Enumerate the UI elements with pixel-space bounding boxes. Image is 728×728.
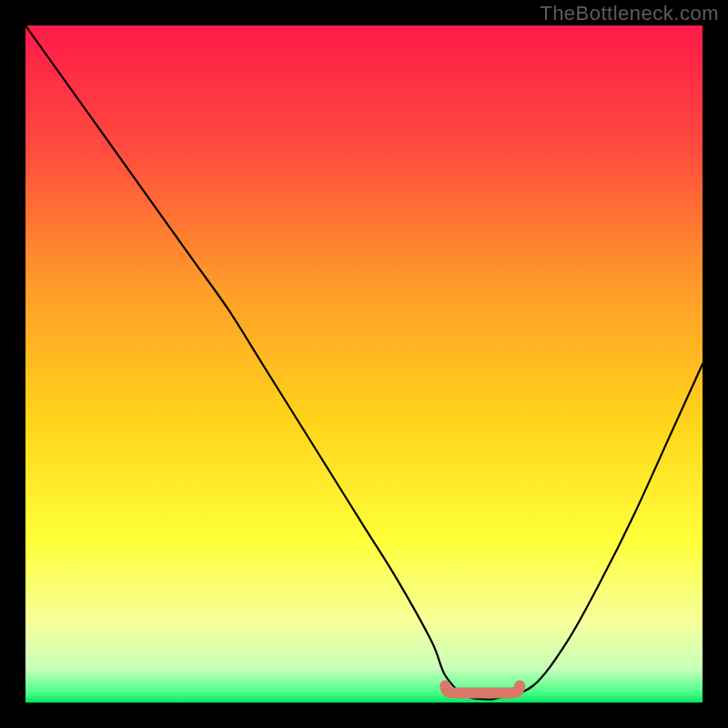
plot-area: [25, 25, 703, 703]
watermark-text: TheBottleneck.com: [540, 2, 719, 25]
gradient-background: [25, 25, 703, 703]
bottleneck-chart: [25, 25, 703, 703]
chart-frame: TheBottleneck.com: [0, 0, 728, 728]
